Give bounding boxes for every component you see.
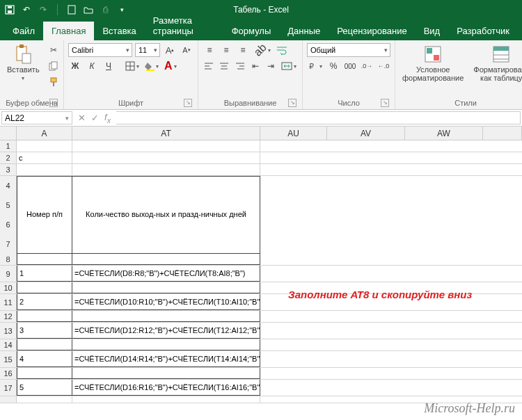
cell[interactable] <box>327 351 405 367</box>
cell[interactable] <box>260 266 327 282</box>
cell[interactable] <box>405 368 483 379</box>
cell[interactable] <box>327 266 405 282</box>
row-header[interactable]: 10 <box>0 282 17 293</box>
row-header[interactable]: 14 <box>0 339 17 350</box>
accounting-format-icon[interactable]: ₽▾ <box>307 59 324 73</box>
paste-button[interactable]: Вставить ▾ <box>4 43 42 83</box>
cell-a15[interactable]: 4 <box>17 351 72 367</box>
name-box[interactable]: AL22 <box>1 111 72 124</box>
align-top-icon[interactable]: ≡ <box>203 43 216 57</box>
tab-page-layout[interactable]: Разметка страницы <box>145 11 223 40</box>
cell[interactable] <box>327 140 405 152</box>
cell[interactable] <box>405 351 483 367</box>
cell[interactable] <box>327 380 405 396</box>
row-header[interactable]: 1 <box>0 140 17 152</box>
row-header[interactable]: 2 <box>0 152 17 163</box>
cell[interactable] <box>327 164 405 175</box>
number-format-combo[interactable]: Общий <box>307 43 390 57</box>
cell[interactable] <box>405 266 483 282</box>
row-header[interactable]: 16 <box>0 368 17 379</box>
cell[interactable] <box>260 323 327 339</box>
select-all-corner[interactable] <box>0 127 17 140</box>
cell[interactable] <box>72 254 260 265</box>
cell[interactable] <box>405 140 483 152</box>
col-header-next[interactable] <box>483 127 522 140</box>
cell[interactable] <box>260 176 327 254</box>
cell[interactable] <box>260 351 327 367</box>
cell[interactable] <box>405 164 483 175</box>
cell[interactable] <box>327 323 405 339</box>
font-name-combo[interactable]: Calibri <box>68 43 132 57</box>
conditional-formatting-button[interactable]: Условное форматирование <box>400 43 466 83</box>
cut-icon[interactable]: ✂ <box>47 43 61 57</box>
cell[interactable] <box>17 254 72 265</box>
cell[interactable] <box>405 176 483 254</box>
save-icon[interactable] <box>4 4 15 15</box>
cell-at11[interactable]: =СЧЁТЕСЛИ(D10:R10;"В")+СЧЁТЕСЛИ(T10:AI10… <box>72 294 260 310</box>
cell[interactable] <box>72 396 260 403</box>
row-header[interactable] <box>0 396 17 403</box>
col-header-av[interactable]: AV <box>327 127 405 140</box>
comma-style-icon[interactable]: 000 <box>343 59 357 73</box>
number-dialog-launcher[interactable]: ↘ <box>381 99 389 107</box>
cell-at9[interactable]: =СЧЁТЕСЛИ(D8:R8;"В")+СЧЁТЕСЛИ(T8:AI8;"В"… <box>72 266 260 282</box>
cell[interactable] <box>72 282 260 293</box>
cell-a2[interactable]: с <box>17 152 72 163</box>
col-header-at[interactable]: AT <box>72 127 260 140</box>
decrease-font-icon[interactable]: A▾ <box>180 43 193 57</box>
increase-indent-icon[interactable]: ⇥ <box>264 59 277 73</box>
font-dialog-launcher[interactable]: ↘ <box>184 99 192 107</box>
percent-icon[interactable]: % <box>326 59 340 73</box>
merge-button[interactable]: ▾ <box>280 59 298 73</box>
cell[interactable] <box>72 140 260 152</box>
row-header[interactable]: 9 <box>0 266 17 282</box>
borders-button[interactable]: ▾ <box>124 59 141 73</box>
qat-customize-icon[interactable]: ▾ <box>116 4 127 15</box>
quick-print-icon[interactable]: ⎙ <box>100 4 111 15</box>
tab-review[interactable]: Рецензирование <box>329 22 415 40</box>
cell[interactable] <box>260 254 327 265</box>
cell[interactable] <box>72 311 260 322</box>
col-header-a[interactable]: A <box>17 127 72 140</box>
decrease-decimal-icon[interactable]: ←.0 <box>377 59 390 73</box>
row-header[interactable]: 13 <box>0 323 17 339</box>
cell[interactable] <box>405 339 483 350</box>
align-center-icon[interactable] <box>218 59 230 73</box>
tab-home[interactable]: Главная <box>43 22 94 40</box>
tab-formulas[interactable]: Формулы <box>223 22 280 40</box>
orientation-button[interactable]: ab▾ <box>253 43 272 57</box>
underline-button[interactable]: Ч <box>102 59 116 73</box>
cell-header-at[interactable]: Коли-чество выход-ных и празд-ничных дне… <box>72 176 260 254</box>
cell-at17[interactable]: =СЧЁТЕСЛИ(D16:R16;"В")+СЧЁТЕСЛИ(T16:AI16… <box>72 380 260 396</box>
cell[interactable] <box>260 152 327 163</box>
cell[interactable] <box>327 152 405 163</box>
cell[interactable] <box>17 282 72 293</box>
formula-input[interactable] <box>116 111 521 124</box>
undo-icon[interactable]: ↶ <box>21 4 32 15</box>
cell[interactable] <box>327 176 405 254</box>
font-color-button[interactable]: A▾ <box>163 59 178 73</box>
cell[interactable] <box>405 380 483 396</box>
cell[interactable] <box>405 254 483 265</box>
cell-at13[interactable]: =СЧЁТЕСЛИ(D12:R12;"В")+СЧЁТЕСЛИ(T12:AI12… <box>72 323 260 339</box>
tab-file[interactable]: Файл <box>4 22 43 40</box>
cell[interactable] <box>260 339 327 350</box>
format-painter-icon[interactable] <box>47 75 61 89</box>
cell[interactable] <box>405 323 483 339</box>
enter-formula-icon[interactable]: ✓ <box>91 113 99 123</box>
tab-developer[interactable]: Разработчик <box>448 22 518 40</box>
row-header[interactable]: 17 <box>0 380 17 396</box>
cell-a17[interactable]: 5 <box>17 380 72 396</box>
align-right-icon[interactable] <box>233 59 246 73</box>
font-size-combo[interactable]: 11 <box>135 43 160 57</box>
decrease-indent-icon[interactable]: ⇤ <box>249 59 262 73</box>
wrap-text-icon[interactable] <box>275 43 289 57</box>
align-bottom-icon[interactable]: ≡ <box>236 43 250 57</box>
row-header[interactable]: 3 <box>0 164 17 175</box>
cell-a9[interactable]: 1 <box>17 266 72 282</box>
clipboard-dialog-launcher[interactable]: ↘ <box>49 99 58 107</box>
cell[interactable] <box>72 152 260 163</box>
row-header-merged[interactable]: 4567 <box>0 176 17 254</box>
cell[interactable] <box>327 311 405 322</box>
cell[interactable] <box>72 164 260 175</box>
